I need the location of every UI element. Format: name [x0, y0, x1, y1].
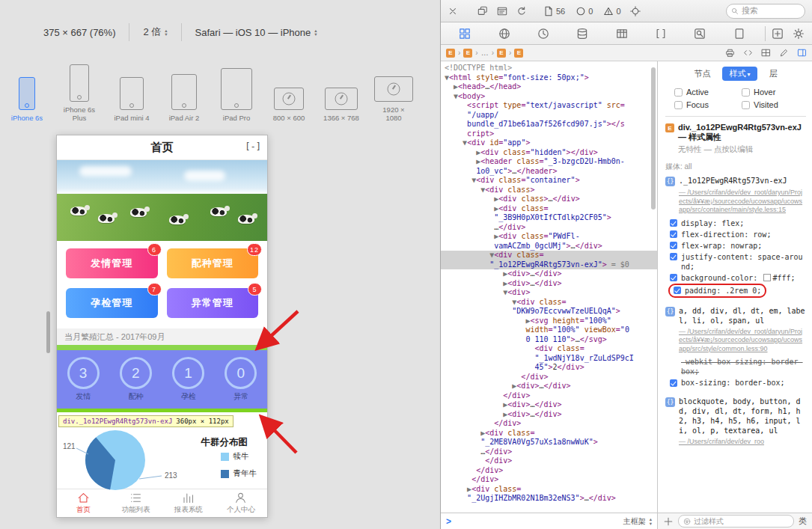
device-option[interactable]: 1366 × 768 [320, 65, 362, 122]
tabbar-item[interactable]: 个人中心 [215, 489, 267, 517]
checkbox-checked-icon[interactable] [670, 219, 677, 227]
dom-tree-line[interactable]: ▶<div class="hidden"></div> [441, 148, 657, 158]
app-button[interactable]: 配种管理12 [167, 248, 259, 278]
device-option[interactable]: iPad Pro [216, 65, 257, 122]
dom-tree-line[interactable]: 0 110 110">…</svg> [441, 335, 657, 345]
css-property[interactable]: box-sizing: border-box; [668, 377, 806, 388]
dom-tree-scrollbar[interactable] [651, 67, 656, 210]
network-icon[interactable] [498, 28, 510, 40]
device-option[interactable]: iPhone 6s Plus [58, 57, 100, 123]
device-option[interactable]: 1920 × 1080 [373, 57, 415, 123]
printer-icon[interactable] [725, 48, 735, 58]
classes-toggle-button[interactable]: 类 [799, 516, 807, 527]
style-source-link[interactable]: — /Users/crifan/dev/dev_root/daryun/Proj… [679, 328, 806, 354]
app-button[interactable]: 发情管理6 [66, 248, 158, 278]
dom-tree-line[interactable]: "_2ME8VA0Vg57uXs1a8nwWuK"> [441, 438, 657, 447]
dom-tree-line[interactable]: ▶<div>…</div> [441, 382, 657, 391]
dom-tree-line[interactable]: ▼<div class> [441, 186, 657, 195]
css-selector[interactable]: blockquote, body, button, dd, div, dl, d… [679, 397, 806, 435]
dom-tree-line[interactable]: 45">2</div> [441, 363, 657, 373]
css-selector[interactable]: a, dd, div, dl, dt, em, label, li, ol, s… [679, 306, 806, 325]
tabbar-item[interactable]: 功能列表 [109, 489, 162, 517]
breadcrumb-element-badge[interactable]: E [514, 49, 523, 58]
css-property[interactable]: flex-wrap: nowrap; [668, 240, 806, 251]
storage-icon[interactable] [576, 28, 588, 40]
toolbar-counter[interactable]: 0 [603, 6, 620, 16]
styles-sidebar-tab[interactable]: 层 [769, 68, 778, 79]
dom-tree-line[interactable]: …</div> [441, 447, 657, 457]
dom-tree-line[interactable]: ▶<div>…</div> [441, 400, 657, 410]
checkbox-checked-icon[interactable] [670, 379, 677, 387]
dom-tree-line[interactable]: </div> [441, 475, 657, 485]
app-button[interactable]: 异常管理5 [167, 288, 259, 318]
device-option[interactable]: iPad Air 2 [163, 65, 205, 122]
device-option[interactable]: iPad mini 4 [111, 65, 153, 122]
frame-picker[interactable]: 主框架 [623, 516, 652, 527]
checkbox-checked-icon[interactable] [674, 287, 681, 294]
styles-sidebar-tab[interactable]: 样式 [722, 67, 757, 81]
device-option[interactable]: iPhone 6s [6, 65, 48, 122]
breadcrumb-element-badge[interactable]: E [446, 49, 455, 58]
page-icon[interactable] [733, 28, 745, 40]
minimize-icon[interactable]: [-] [245, 141, 261, 152]
dom-tree-line[interactable]: "_2UgjIHZbMR02N1Bm32eNS3">…</div> [441, 494, 657, 504]
css-property[interactable]: justify-content: space-around; [668, 251, 806, 272]
tabbar-item[interactable]: 报表系统 [162, 489, 215, 517]
dom-tree-line[interactable]: "/uapp/ [441, 111, 657, 120]
dom-tree-line[interactable]: ▶<div class= [441, 204, 657, 214]
zoom-select[interactable]: 2 倍 [143, 25, 167, 39]
dom-tree-line[interactable]: </div> [441, 419, 657, 429]
dom-tree-line[interactable]: …</div> [441, 223, 657, 233]
debugger-icon[interactable] [655, 28, 667, 40]
dom-tree-line[interactable]: ▶<div class= [441, 429, 657, 438]
style-source-link[interactable]: — /Users/crifan/dev/dev_roo [679, 438, 806, 447]
checkbox-checked-icon[interactable] [670, 242, 677, 249]
sidebar-split-icon[interactable] [797, 48, 807, 58]
css-property[interactable]: background-color: #fff; [668, 272, 806, 284]
settings-icon[interactable] [793, 28, 805, 40]
toolbar-counter[interactable]: 56 [543, 6, 565, 16]
search-input[interactable]: 搜索 [726, 4, 805, 19]
dom-tree-line[interactable]: </div> [441, 391, 657, 401]
table-icon[interactable] [616, 28, 628, 40]
checkbox-checked-icon[interactable] [670, 274, 677, 281]
pseudo-class-toggle[interactable]: Focus [674, 100, 739, 109]
dom-tree-line[interactable]: ▶<div class= [441, 485, 657, 495]
dom-tree-line[interactable]: ▼<div class= [441, 251, 657, 260]
checkbox-checked-icon[interactable] [670, 253, 677, 260]
resources-icon[interactable] [459, 28, 471, 40]
dom-tree-line[interactable]: vamACZmb_0gcUMj">…</div> [441, 242, 657, 251]
dom-tree-line[interactable]: width="100%" viewBox="0 [441, 325, 657, 335]
element-picker-icon[interactable] [630, 6, 641, 16]
dom-tree-line[interactable]: ▼<div id="app"> [441, 138, 657, 148]
close-icon[interactable] [448, 6, 458, 16]
device-option[interactable]: 800 × 600 [268, 65, 310, 122]
dom-tree-line[interactable]: </div> [441, 456, 657, 466]
dom-tree-line[interactable]: ▼<div> [441, 288, 657, 298]
css-property[interactable]: display: flex; [668, 218, 806, 229]
css-selector[interactable]: ._1o12PEwgR4Rtg573vn-exJ [679, 176, 787, 186]
dom-tree-line[interactable]: bundle_d71be61aa7f526fcd907.js"></s [441, 120, 657, 129]
dom-tree-line[interactable]: ▶<head>…</head> [441, 82, 657, 92]
preview-scrollbar[interactable] [46, 311, 50, 353]
timelines-icon[interactable] [537, 28, 549, 40]
tabbar-item[interactable]: 首页 [57, 489, 109, 517]
css-property[interactable]: padding: .2rem 0; [668, 284, 766, 298]
add-panel-icon[interactable] [772, 28, 784, 40]
grid-icon[interactable] [761, 48, 771, 58]
console-prompt-row[interactable]: > 主框架 [441, 513, 657, 529]
dom-tree-line[interactable]: ▼<body> [441, 92, 657, 102]
dom-tree-line[interactable]: ▼<div class="container"> [441, 176, 657, 186]
dom-tree-line[interactable]: ▶<svg height="100%" [441, 317, 657, 326]
dom-tree-line[interactable]: </div> [441, 373, 657, 382]
add-rule-button[interactable] [663, 516, 674, 527]
dom-tree-line[interactable]: ▼<div class= [441, 298, 657, 308]
dom-tree-line[interactable]: ▶<div class>…</div> [441, 195, 657, 204]
dom-tree-line[interactable]: ▶<div class="PWdFl- [441, 232, 657, 242]
breadcrumb-element-badge[interactable]: E [463, 49, 472, 58]
dom-tree-line[interactable]: <script type="text/javascript" src= [441, 101, 657, 111]
dom-tree-line[interactable]: "_1wdNjY18v_rZuLdSP9cI [441, 354, 657, 364]
element-subtitle[interactable]: 无特性 — 点按以编辑 [678, 144, 806, 155]
checkbox-checked-icon[interactable] [670, 230, 677, 238]
tab-overview-icon[interactable] [477, 6, 488, 16]
